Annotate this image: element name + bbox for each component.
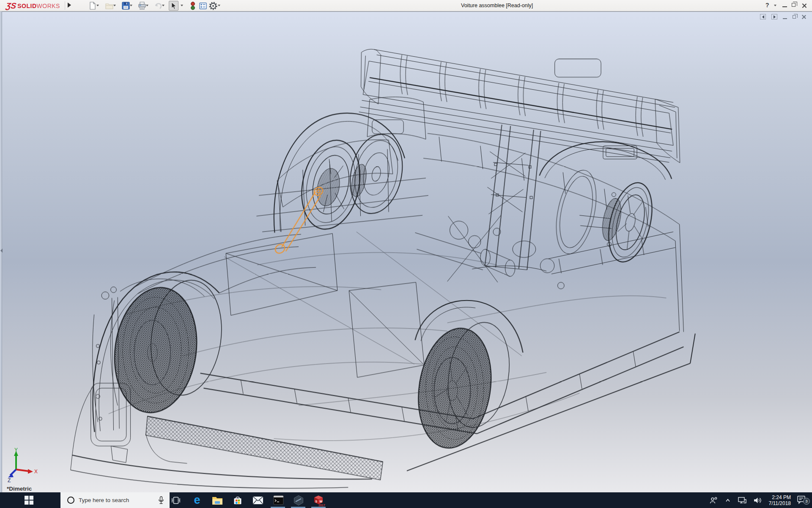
y-axis-label: Y <box>14 447 18 453</box>
taskbar-store-button[interactable] <box>228 492 247 508</box>
select-dropdown-caret[interactable] <box>181 5 183 6</box>
graphics-viewport[interactable]: Y X Z *Dimetric <box>0 11 812 492</box>
edge-icon: e <box>194 494 200 506</box>
svg-text:W: W <box>320 500 323 503</box>
save-floppy-icon <box>122 2 130 10</box>
task-view-button[interactable] <box>167 492 185 508</box>
toolbar-divider <box>65 1 65 10</box>
display-pane-icon <box>199 3 207 9</box>
undo-arrow-icon <box>154 2 162 10</box>
undo-dropdown-caret[interactable] <box>162 5 165 6</box>
clock-time: 2:24 PM <box>769 494 791 500</box>
search-input[interactable] <box>79 497 158 503</box>
view-orientation-label: *Dimetric <box>7 486 32 492</box>
mail-icon <box>252 496 263 505</box>
new-document-button[interactable] <box>88 1 97 11</box>
traffic-light-icon <box>190 2 195 10</box>
task-view-icon <box>171 495 181 505</box>
taskbar-file-explorer-button[interactable] <box>208 492 227 508</box>
help-button[interactable]: ? <box>765 2 769 8</box>
taskbar-search-box[interactable] <box>60 492 170 508</box>
windows-taskbar: e <box>0 492 812 508</box>
command-prompt-icon <box>273 495 284 505</box>
new-document-icon <box>89 2 96 10</box>
x-axis-label: X <box>34 469 38 475</box>
volume-icon[interactable] <box>753 496 763 505</box>
select-tool-button[interactable] <box>169 1 178 11</box>
people-icon[interactable] <box>709 496 718 505</box>
taskbar-command-prompt-button[interactable] <box>269 492 288 508</box>
open-folder-icon <box>105 2 114 10</box>
notification-badge: 3 <box>803 498 810 505</box>
flyout-arrow-icon <box>68 3 71 8</box>
minimize-button[interactable] <box>782 6 787 7</box>
clock-date: 7/11/2018 <box>769 500 791 506</box>
windows-logo-icon <box>25 496 33 505</box>
taskbar-mail-button[interactable] <box>249 492 267 508</box>
taskbar-clock[interactable]: 2:24 PM 7/11/2018 <box>769 494 791 506</box>
titlebar: ƷS SOLID WORKS <box>0 0 812 11</box>
gear-icon <box>209 2 217 10</box>
print-icon <box>138 2 146 10</box>
z-axis-label: Z <box>8 478 11 483</box>
select-arrow-icon <box>170 2 177 10</box>
options-dropdown-caret[interactable] <box>218 5 220 6</box>
wireframe-car-model <box>0 11 812 492</box>
file-explorer-icon <box>212 496 223 505</box>
taskbar-solidworks-button[interactable]: S W 2017 <box>310 492 328 508</box>
svg-text:2017: 2017 <box>318 503 325 506</box>
save-button[interactable] <box>121 1 131 11</box>
microphone-icon[interactable] <box>158 496 165 505</box>
save-dropdown-caret[interactable] <box>130 5 132 6</box>
solidworks-2017-icon: S W 2017 <box>313 494 325 506</box>
close-button[interactable] <box>802 3 807 8</box>
document-title: Voiture assomblee [Read-only] <box>461 3 533 8</box>
open-button[interactable] <box>104 1 114 11</box>
selected-component-pushrod[interactable] <box>274 186 324 255</box>
new-dropdown-caret[interactable] <box>96 5 99 6</box>
restore-button[interactable] <box>792 3 796 7</box>
options-button[interactable] <box>208 1 218 11</box>
selection-filter-button[interactable] <box>188 1 198 11</box>
undo-button[interactable] <box>153 1 163 11</box>
microsoft-store-icon <box>233 495 243 505</box>
tray-chevron-icon[interactable] <box>724 497 732 504</box>
network-icon[interactable] <box>738 496 747 505</box>
action-center-button[interactable]: 3 <box>797 495 807 506</box>
solidworks-logo-mark: ƷS <box>5 1 16 11</box>
car-wireframe-lines <box>71 49 695 488</box>
help-dropdown-caret[interactable] <box>774 5 776 6</box>
menu-flyout-button[interactable] <box>68 3 73 8</box>
orientation-triad: Y X Z <box>7 447 41 483</box>
start-button[interactable] <box>17 492 41 508</box>
print-dropdown-caret[interactable] <box>146 5 148 6</box>
display-pane-button[interactable] <box>198 1 208 11</box>
taskbar-edge-button[interactable]: e <box>188 492 206 508</box>
open-dropdown-caret[interactable] <box>113 5 116 6</box>
system-tray: 2:24 PM 7/11/2018 3 <box>706 492 812 508</box>
svg-text:S: S <box>315 500 318 503</box>
x-axis-arrowhead <box>28 469 33 474</box>
print-button[interactable] <box>137 1 147 11</box>
cortana-icon <box>67 497 74 504</box>
hexagon-app-icon <box>293 495 304 506</box>
solidworks-logo: ƷS SOLID WORKS <box>6 1 60 10</box>
taskbar-hexagon-app-button[interactable] <box>289 492 308 508</box>
